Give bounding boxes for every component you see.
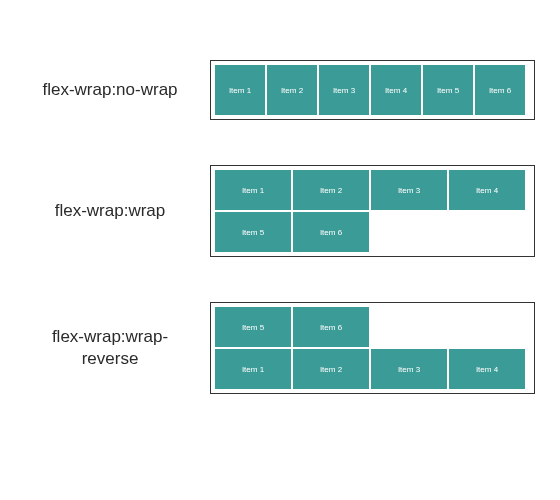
- flex-item: Item 1: [214, 348, 292, 390]
- flex-item: Item 4: [448, 169, 526, 211]
- flex-container-nowrap: Item 1 Item 2 Item 3 Item 4 Item 5 Item …: [210, 60, 535, 120]
- flex-item: Item 5: [422, 64, 474, 116]
- flex-item: Item 6: [474, 64, 526, 116]
- label-wrap-reverse: flex-wrap:wrap-reverse: [25, 326, 195, 370]
- label-wrap: flex-wrap:wrap: [25, 200, 195, 222]
- flex-item: Item 6: [292, 306, 370, 348]
- flex-item: Item 4: [448, 348, 526, 390]
- example-wrap: flex-wrap:wrap Item 1 Item 2 Item 3 Item…: [25, 165, 535, 257]
- flex-item: Item 3: [318, 64, 370, 116]
- flex-item: Item 1: [214, 169, 292, 211]
- flex-item: Item 1: [214, 64, 266, 116]
- flex-container-wrap-reverse: Item 1 Item 2 Item 3 Item 4 Item 5 Item …: [210, 302, 535, 394]
- flex-container-wrap: Item 1 Item 2 Item 3 Item 4 Item 5 Item …: [210, 165, 535, 257]
- flex-item: Item 3: [370, 348, 448, 390]
- flex-item: Item 6: [292, 211, 370, 253]
- flex-item: Item 2: [292, 169, 370, 211]
- flex-item: Item 2: [292, 348, 370, 390]
- label-nowrap: flex-wrap:no-wrap: [25, 79, 195, 101]
- flex-item: Item 4: [370, 64, 422, 116]
- flex-item: Item 5: [214, 211, 292, 253]
- flex-item: Item 5: [214, 306, 292, 348]
- flex-item: Item 3: [370, 169, 448, 211]
- example-wrap-reverse: flex-wrap:wrap-reverse Item 1 Item 2 Ite…: [25, 302, 535, 394]
- flex-item: Item 2: [266, 64, 318, 116]
- example-nowrap: flex-wrap:no-wrap Item 1 Item 2 Item 3 I…: [25, 60, 535, 120]
